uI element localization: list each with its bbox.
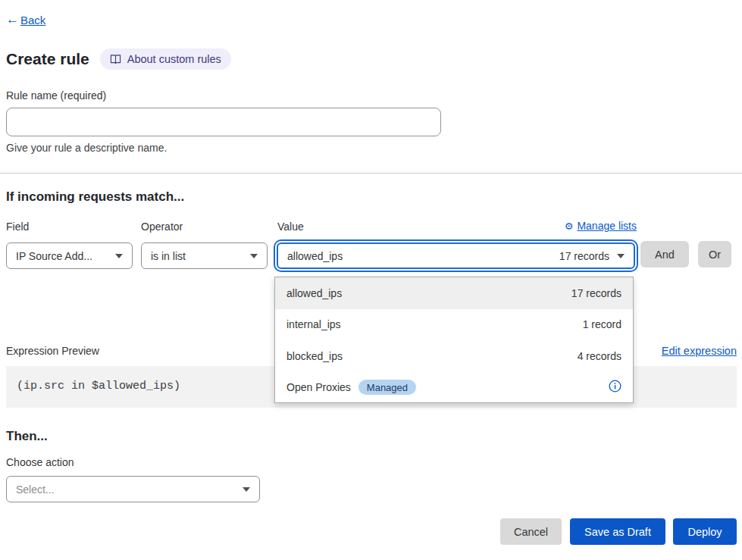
edit-expression-link[interactable]: Edit expression [662, 345, 737, 357]
value-select-record-count: 17 records [559, 250, 609, 262]
list-item-open-proxies[interactable]: Open Proxies Managed [275, 372, 633, 404]
list-item-name: blocked_ips [286, 350, 343, 362]
value-select-selected: allowed_ips [287, 250, 343, 262]
list-item-allowed-ips[interactable]: allowed_ips 17 records [275, 277, 633, 309]
deploy-button[interactable]: Deploy [673, 518, 737, 545]
create-rule-page: ←Back Create rule About custom rules Rul… [0, 0, 742, 560]
chevron-down-icon [250, 254, 258, 258]
list-item-name: allowed_ips [286, 287, 342, 299]
expression-code: (ip.src in $allowed_ips) [17, 380, 180, 393]
about-badge-label: About custom rules [127, 53, 221, 65]
list-item-count: 4 records [578, 350, 621, 362]
title-row: Create rule About custom rules [6, 48, 231, 70]
book-icon [110, 54, 121, 64]
field-select-value: IP Source Add... [16, 250, 92, 262]
managed-badge: Managed [358, 380, 416, 395]
match-section-heading: If incoming requests match... [6, 189, 184, 205]
chevron-down-icon [243, 487, 250, 492]
or-button[interactable]: Or [698, 241, 731, 267]
list-item-internal-ips[interactable]: internal_ips 1 record [275, 309, 633, 341]
info-icon[interactable] [609, 380, 621, 395]
list-item-name: Open Proxies [286, 381, 351, 393]
field-select[interactable]: IP Source Add... [6, 242, 133, 269]
back-link[interactable]: ←Back [6, 12, 45, 27]
and-button[interactable]: And [640, 241, 689, 267]
list-item-name: internal_ips [286, 318, 341, 330]
cancel-button[interactable]: Cancel [500, 518, 562, 545]
value-dropdown-panel: allowed_ips 17 records internal_ips 1 re… [274, 277, 634, 403]
action-select-placeholder: Select... [16, 483, 55, 496]
operator-select-value: is in list [151, 250, 186, 262]
rule-name-helper: Give your rule a descriptive name. [6, 142, 167, 154]
about-custom-rules-link[interactable]: About custom rules [100, 48, 231, 70]
page-title: Create rule [6, 50, 89, 68]
value-select[interactable]: allowed_ips 17 records [277, 242, 635, 269]
manage-lists-label: Manage lists [577, 220, 637, 232]
operator-label: Operator [141, 221, 183, 233]
rule-name-label: Rule name (required) [6, 89, 106, 102]
expression-preview-label: Expression Preview [6, 345, 99, 357]
section-divider [0, 173, 742, 174]
then-section-heading: Then... [6, 429, 48, 444]
operator-select[interactable]: is in list [141, 242, 268, 269]
chevron-down-icon [115, 254, 123, 258]
value-label: Value [277, 221, 304, 233]
back-link-label: Back [20, 14, 45, 27]
field-label: Field [6, 221, 29, 233]
list-item-blocked-ips[interactable]: blocked_ips 4 records [275, 340, 633, 372]
list-item-count: 17 records [571, 287, 621, 299]
chevron-down-icon [617, 254, 625, 258]
save-as-draft-button[interactable]: Save as Draft [570, 518, 665, 545]
rule-name-input[interactable] [6, 108, 441, 136]
action-select[interactable]: Select... [6, 476, 260, 502]
gear-icon: ⚙ [565, 221, 574, 232]
back-arrow-icon: ← [6, 12, 19, 27]
choose-action-label: Choose action [6, 456, 74, 468]
manage-lists-link[interactable]: ⚙ Manage lists [565, 220, 637, 232]
list-item-count: 1 record [583, 318, 621, 330]
